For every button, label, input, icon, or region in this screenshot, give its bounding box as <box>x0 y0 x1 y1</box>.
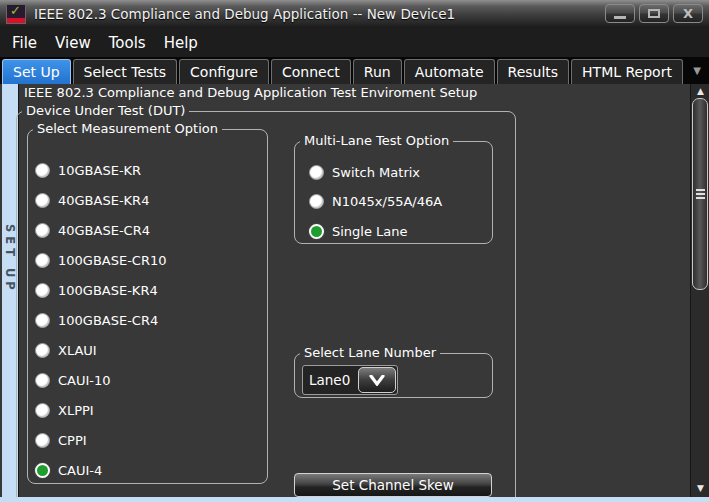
radio-icon <box>35 223 50 238</box>
thumb-grip-icon <box>696 189 705 191</box>
radio-label: 100GBASE-CR10 <box>58 253 167 268</box>
radio-icon <box>309 194 324 209</box>
radio-label: 40GBASE-CR4 <box>58 223 150 238</box>
app-window: ✓ IEEE 802.3 Compliance and Debug Applic… <box>0 0 709 502</box>
radio-label: CPPI <box>58 433 87 448</box>
radio-label: CAUI-10 <box>58 373 111 388</box>
tab-bar: Set Up Select Tests Configure Connect Ru… <box>0 57 709 84</box>
menu-file[interactable]: File <box>3 28 46 57</box>
radio-label: 40GBASE-KR4 <box>58 193 149 208</box>
menu-help[interactable]: Help <box>155 28 207 57</box>
radio-10gbase-kr[interactable]: 10GBASE-KR <box>35 155 274 185</box>
menu-tools[interactable]: Tools <box>100 28 155 57</box>
close-button[interactable]: X <box>673 4 703 23</box>
scrollbar-thumb[interactable] <box>692 98 708 290</box>
scroll-up-button[interactable]: ▲ <box>691 84 709 98</box>
set-channel-skew-button[interactable]: Set Channel Skew <box>294 473 492 497</box>
app-icon: ✓ <box>6 4 26 24</box>
radio-label: Single Lane <box>332 224 408 239</box>
radio-icon <box>35 313 50 328</box>
radio-label: XLPPI <box>58 403 94 418</box>
lane-dropdown[interactable]: Lane0 <box>302 365 398 395</box>
tab-configure[interactable]: Configure <box>179 59 269 84</box>
menu-view[interactable]: View <box>46 28 100 57</box>
radio-icon <box>35 463 50 478</box>
radio-xlppi[interactable]: XLPPI <box>35 395 274 425</box>
red-stripe <box>7 18 25 23</box>
menu-bar: File View Tools Help <box>0 28 709 57</box>
lane-groupbox: Select Lane Number Lane0 <box>294 353 493 398</box>
measurement-groupbox: Select Measurement Option 10GBASE-KR 40G… <box>27 129 268 484</box>
measurement-groupbox-label: Select Measurement Option <box>33 121 222 136</box>
vertical-scrollbar[interactable]: ▲ ▼ <box>690 84 709 497</box>
radio-label: N1045x/55A/46A <box>332 194 442 209</box>
radio-icon <box>35 403 50 418</box>
tab-html-report[interactable]: HTML Report <box>571 59 683 84</box>
tab-select-tests[interactable]: Select Tests <box>73 59 178 84</box>
radio-label: CAUI-4 <box>58 463 102 478</box>
lane-dropdown-value: Lane0 <box>303 372 358 388</box>
radio-icon <box>35 343 50 358</box>
checkmark-icon: ✓ <box>10 4 21 18</box>
radio-cppi[interactable]: CPPI <box>35 425 274 455</box>
tab-run[interactable]: Run <box>353 59 402 84</box>
tab-overflow-chevron-icon[interactable]: ▼ <box>693 65 701 76</box>
radio-40gbase-cr4[interactable]: 40GBASE-CR4 <box>35 215 274 245</box>
radio-single-lane[interactable]: Single Lane <box>309 217 506 245</box>
radio-100gbase-kr4[interactable]: 100GBASE-KR4 <box>35 275 274 305</box>
maximize-icon <box>648 9 660 18</box>
radio-label: Switch Matrix <box>332 165 420 180</box>
dut-groupbox-label: Device Under Test (DUT) <box>22 103 189 118</box>
radio-label: XLAUI <box>58 343 97 358</box>
radio-icon <box>35 163 50 178</box>
radio-xlaui[interactable]: XLAUI <box>35 335 274 365</box>
maximize-button[interactable] <box>639 4 669 23</box>
scroll-down-button[interactable]: ▼ <box>691 481 709 495</box>
setup-side-strip-label: SET UP <box>3 224 17 497</box>
radio-icon <box>309 165 324 180</box>
tab-set-up[interactable]: Set Up <box>2 59 71 84</box>
tab-results[interactable]: Results <box>497 59 570 84</box>
radio-100gbase-cr10[interactable]: 100GBASE-CR10 <box>35 245 274 275</box>
radio-icon <box>35 433 50 448</box>
radio-100gbase-cr4[interactable]: 100GBASE-CR4 <box>35 305 274 335</box>
radio-label: 100GBASE-CR4 <box>58 313 158 328</box>
radio-icon <box>35 373 50 388</box>
radio-icon <box>309 224 324 239</box>
radio-icon <box>35 283 50 298</box>
window-bottom-edge <box>0 497 709 502</box>
title-bar: ✓ IEEE 802.3 Compliance and Debug Applic… <box>0 0 709 28</box>
window-title: IEEE 802.3 Compliance and Debug Applicat… <box>34 6 455 22</box>
page-title: IEEE 802.3 Compliance and Debug Applicat… <box>24 85 477 100</box>
radio-caui-4[interactable]: CAUI-4 <box>35 455 274 485</box>
multilane-groupbox: Multi-Lane Test Option Switch Matrix N10… <box>294 141 493 244</box>
radio-label: 10GBASE-KR <box>58 163 141 178</box>
radio-caui-10[interactable]: CAUI-10 <box>35 365 274 395</box>
lane-dropdown-button[interactable] <box>358 367 396 393</box>
thumb-grip-icon <box>696 193 705 195</box>
thumb-grip-icon <box>696 197 705 199</box>
multilane-groupbox-label: Multi-Lane Test Option <box>300 133 453 148</box>
chevron-down-icon <box>369 375 385 386</box>
minimize-button[interactable] <box>605 4 635 23</box>
window-controls: X <box>605 4 703 23</box>
radio-icon <box>35 193 50 208</box>
radio-icon <box>35 253 50 268</box>
lane-groupbox-label: Select Lane Number <box>300 345 440 360</box>
content-area: SET UP IEEE 802.3 Compliance and Debug A… <box>0 84 709 497</box>
tab-connect[interactable]: Connect <box>271 59 351 84</box>
radio-label: 100GBASE-KR4 <box>58 283 158 298</box>
minimize-icon <box>614 16 626 19</box>
tab-automate[interactable]: Automate <box>404 59 495 84</box>
radio-switch-matrix[interactable]: Switch Matrix <box>309 158 506 186</box>
radio-40gbase-kr4[interactable]: 40GBASE-KR4 <box>35 185 274 215</box>
dut-groupbox: Device Under Test (DUT) Select Measureme… <box>16 111 516 497</box>
radio-n1045x[interactable]: N1045x/55A/46A <box>309 187 506 215</box>
